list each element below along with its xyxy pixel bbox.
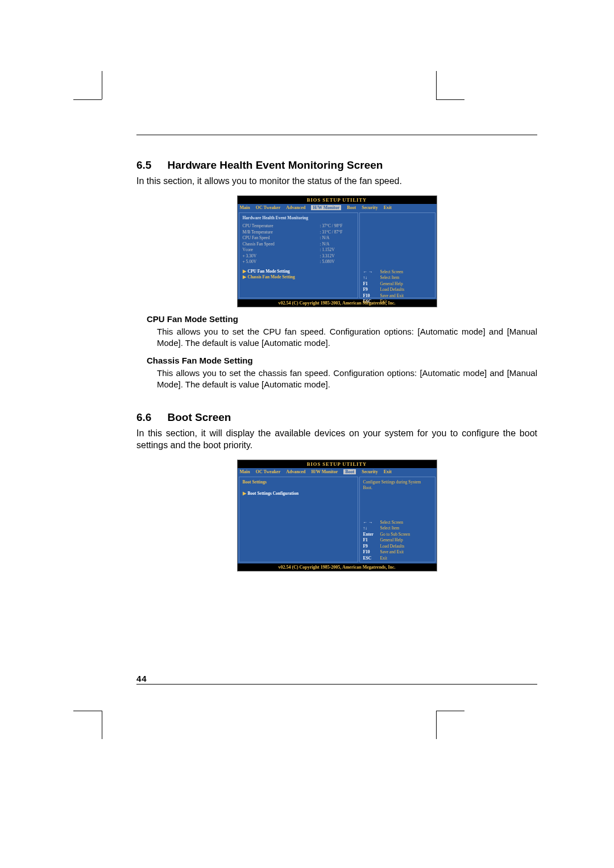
bios-help-line: F10Save and Exit: [363, 549, 432, 556]
cropmark: [436, 71, 437, 99]
cropmark: [436, 711, 437, 739]
cropmark: [73, 99, 102, 100]
bios-help-pane: Configure Settings during System Boot. ←…: [359, 477, 435, 562]
bios-reading-row: + 5.00V: 5.080V: [243, 259, 354, 265]
bios-screenshot-hw-monitor: BIOS SETUP UTILITY MainOC TweakerAdvance…: [237, 195, 437, 307]
bios-title: BIOS SETUP UTILITY: [238, 196, 437, 204]
bios-help-line: F1General Help: [363, 537, 432, 544]
bios-title: BIOS SETUP UTILITY: [238, 460, 437, 468]
bios-body: Boot Settings ▶Boot Settings Configurati…: [238, 475, 437, 564]
bios-reading-row: Vcore: 1.152V: [243, 247, 354, 253]
bios-reading-row: M/B Temperature: 31°C / 87°F: [243, 229, 354, 236]
bios-tab: OC Tweaker: [256, 469, 280, 474]
bios-reading-row: CPU Fan Speed: N/A: [243, 235, 354, 241]
bios-help-desc: Configure Settings during System Boot.: [363, 479, 432, 491]
cropmark: [102, 711, 102, 739]
bios-help-line: F1General Help: [363, 281, 432, 287]
bios-tab: H/W Monitor: [311, 469, 338, 474]
bios-left-pane: Boot Settings ▶Boot Settings Configurati…: [239, 477, 358, 562]
bios-readings: CPU Temperature: 37°C / 98°FM/B Temperat…: [243, 223, 354, 265]
subtext-chassis-fan: This allows you to set the chassis fan s…: [157, 368, 537, 391]
bios-tab: Main: [240, 469, 250, 474]
cropmark: [436, 711, 464, 711]
bios-help-line: F10Save and Exit: [363, 293, 432, 299]
bios-tab: Exit: [384, 469, 392, 474]
bios-menu-item: ▶Boot Settings Configuration: [243, 491, 354, 497]
bios-pane-title: Hardware Health Event Monitoring: [243, 215, 354, 222]
bios-tab: Advanced: [286, 205, 305, 210]
bios-menu-item: ▶Chassis Fan Mode Setting: [243, 274, 354, 281]
bios-reading-row: CPU Temperature: 37°C / 98°F: [243, 223, 354, 229]
cropmark: [436, 99, 464, 100]
bios-tab: OC Tweaker: [256, 205, 280, 210]
bios-tab: Exit: [384, 205, 392, 210]
bios-tab: H/W Monitor: [311, 205, 341, 210]
bios-tab: Security: [362, 205, 377, 210]
bios-tab: Security: [362, 469, 377, 474]
bios-help-pane: ← →Select Screen↑↓Select ItemF1General H…: [359, 212, 435, 298]
section-title: Hardware Health Event Monitoring Screen: [167, 159, 383, 172]
bios-tab: Advanced: [286, 469, 305, 474]
bios-help-line: EnterGo to Sub Screen: [363, 532, 432, 538]
section-6-5: 6.5 Hardware Health Event Monitoring Scr…: [136, 159, 537, 391]
subheading-cpu-fan: CPU Fan Mode Setting: [147, 314, 537, 324]
cropmark: [102, 71, 102, 99]
page: 6.5 Hardware Health Event Monitoring Scr…: [0, 0, 614, 868]
bios-help-line: F9Load Defaults: [363, 544, 432, 550]
bios-screenshot-boot: BIOS SETUP UTILITY MainOC TweakerAdvance…: [237, 460, 437, 571]
bios-help-line: ↑↓Select Item: [363, 525, 432, 532]
subtext-cpu-fan: This allows you to set the CPU fan speed…: [157, 326, 537, 349]
bios-reading-row: Chassis Fan Speed: N/A: [243, 241, 354, 248]
bios-help-line: ↑↓Select Item: [363, 275, 432, 281]
bios-reading-row: + 3.30V: 3.312V: [243, 253, 354, 260]
page-number: 44: [136, 674, 147, 683]
section-title: Boot Screen: [167, 411, 231, 424]
cropmark: [73, 711, 102, 711]
bios-left-pane: Hardware Health Event Monitoring CPU Tem…: [239, 212, 358, 298]
subheading-chassis-fan: Chassis Fan Mode Setting: [147, 356, 537, 365]
section-number: 6.5: [136, 159, 165, 172]
bios-help-line: ← →Select Screen: [363, 520, 432, 526]
bios-help-line: ESCExit: [363, 556, 432, 562]
rule-top: [136, 135, 537, 135]
section-6-6: 6.6 Boot Screen In this section, it will…: [136, 411, 537, 571]
bios-help-line: ← →Select Screen: [363, 269, 432, 276]
bios-tabs: MainOC TweakerAdvancedH/W MonitorBootSec…: [238, 468, 437, 475]
bios-tab: Main: [240, 205, 250, 210]
rule-bottom: [136, 684, 537, 685]
section-intro: In this section, it will display the ava…: [136, 427, 537, 452]
section-number: 6.6: [136, 411, 165, 424]
section-intro: In this section, it allows you to monito…: [136, 175, 537, 187]
bios-menu-item: ▶CPU Fan Mode Setting: [243, 269, 354, 275]
bios-help-line: F9Load Defaults: [363, 287, 432, 293]
bios-pane-title: Boot Settings: [243, 479, 354, 486]
bios-tabs: MainOC TweakerAdvancedH/W MonitorBootSec…: [238, 204, 437, 211]
content: 6.5 Hardware Health Event Monitoring Scr…: [136, 159, 537, 571]
bios-tab: Boot: [347, 205, 356, 210]
bios-footer: v02.54 (C) Copyright 1985-2005, American…: [238, 564, 437, 571]
bios-body: Hardware Health Event Monitoring CPU Tem…: [238, 211, 437, 299]
bios-tab: Boot: [343, 469, 356, 474]
